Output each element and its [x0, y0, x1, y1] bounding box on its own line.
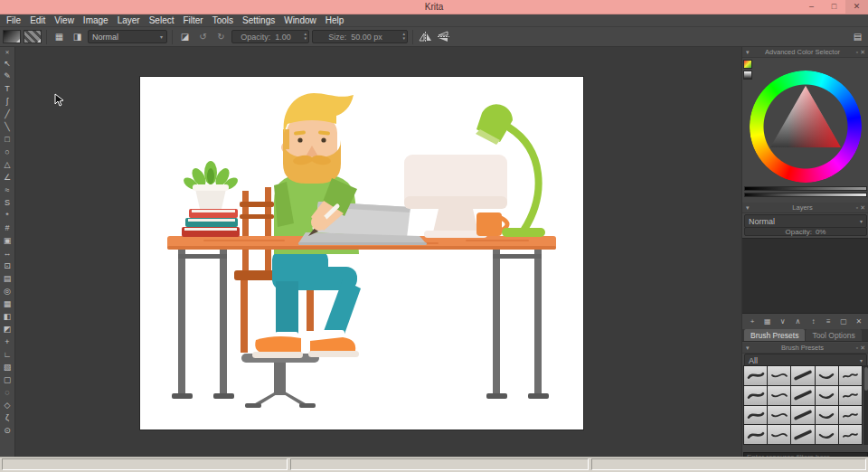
shade-selector[interactable]: [742, 186, 868, 199]
tool-freehand-brush-icon[interactable]: ╱: [0, 108, 15, 120]
spinner-arrows-icon[interactable]: ▴▾: [304, 32, 307, 41]
brush-preset-thumbnail[interactable]: [768, 406, 790, 425]
brush-preset-thumbnail[interactable]: [816, 425, 838, 444]
tool-bezier-curve-icon[interactable]: ≈: [0, 184, 15, 196]
tool-fill-icon[interactable]: ◧: [0, 310, 15, 323]
mirror-vertical-icon[interactable]: [436, 29, 451, 44]
menu-file[interactable]: File: [2, 14, 25, 27]
blending-mode-combobox[interactable]: Normal ▾: [88, 30, 167, 43]
brush-preset-thumbnail[interactable]: [744, 366, 767, 385]
menu-select[interactable]: Select: [145, 14, 179, 27]
spinner-arrows-icon[interactable]: ▴▾: [402, 32, 405, 41]
tool-transform-icon[interactable]: ▣: [0, 234, 15, 247]
toolbar-overflow-button[interactable]: ▤: [850, 29, 865, 44]
value-gradient-bar[interactable]: [744, 193, 867, 197]
pattern-chooser-button[interactable]: [24, 30, 42, 43]
tool-assistants-icon[interactable]: +: [0, 335, 15, 348]
eraser-mode-button[interactable]: ◪: [177, 29, 193, 44]
tool-enclose-fill-icon[interactable]: ◩: [0, 323, 15, 335]
tool-polyline-icon[interactable]: ∠: [0, 171, 15, 184]
brush-preset-thumbnail[interactable]: [791, 386, 814, 405]
tool-freehand-select-icon[interactable]: ζ: [0, 411, 15, 424]
duplicate-layer-button[interactable]: ▦: [761, 316, 774, 326]
minimize-button[interactable]: –: [800, 0, 823, 14]
layer-properties-button[interactable]: ≡: [822, 316, 835, 326]
tab-tool-options[interactable]: Tool Options: [806, 329, 861, 341]
brush-preset-thumbnail[interactable]: [744, 425, 767, 444]
layers-docker-header[interactable]: ▾ Layers ▫ ✕: [742, 203, 868, 213]
tool-calligraphy-icon[interactable]: ʃ: [0, 95, 15, 108]
saturation-value-triangle[interactable]: [750, 71, 862, 183]
canvas-document[interactable]: [140, 77, 583, 430]
brush-preset-thumbnail[interactable]: [768, 425, 790, 444]
brush-preset-thumbnail[interactable]: [768, 366, 790, 385]
tool-gradient-icon[interactable]: ▤: [0, 272, 15, 285]
brush-presets-popup-button[interactable]: ◨: [70, 29, 85, 44]
tool-rect-select-icon[interactable]: ▢: [0, 373, 15, 386]
tab-brush-presets[interactable]: Brush Presets: [744, 329, 805, 341]
brush-preset-thumbnail[interactable]: [744, 386, 767, 405]
add-layer-button[interactable]: +: [746, 316, 759, 326]
scrollbar-thumb[interactable]: [864, 367, 868, 391]
titlebar[interactable]: Krita –□✕: [0, 0, 868, 14]
brush-preset-thumbnail[interactable]: [791, 366, 814, 385]
layer-blending-mode-combobox[interactable]: Normal ▾: [744, 214, 867, 228]
tool-polygon-icon[interactable]: △: [0, 158, 15, 171]
color-selector-docker-header[interactable]: ▾ Advanced Color Selector ▫ ✕: [742, 47, 868, 58]
menu-settings[interactable]: Settings: [238, 14, 279, 27]
menu-tools[interactable]: Tools: [208, 14, 238, 27]
tool-color-sampler-icon[interactable]: ◎: [0, 285, 15, 297]
menu-layer[interactable]: Layer: [113, 14, 145, 27]
brush-preset-thumbnail[interactable]: [791, 425, 814, 444]
canvas-area[interactable]: [15, 47, 741, 457]
tool-multibrush-icon[interactable]: #: [0, 222, 15, 234]
color-wheel[interactable]: [750, 71, 862, 183]
layers-list[interactable]: [742, 238, 868, 314]
tool-select-shapes-icon[interactable]: ↖: [0, 57, 15, 70]
tool-line-icon[interactable]: ╲: [0, 120, 15, 133]
brush-preset-thumbnail[interactable]: [768, 386, 790, 405]
tool-text-icon[interactable]: T: [0, 82, 15, 95]
tool-reference-images-icon[interactable]: ▧: [0, 361, 15, 373]
brush-preset-thumbnail[interactable]: [744, 406, 767, 425]
tool-rectangle-icon[interactable]: □: [0, 133, 15, 146]
redo-brush-button[interactable]: ↻: [213, 29, 229, 44]
tool-edit-shapes-icon[interactable]: ✎: [0, 70, 15, 82]
shade-gradient-bar[interactable]: [744, 186, 867, 191]
mirror-horizontal-icon[interactable]: [418, 29, 433, 44]
brush-preset-thumbnail[interactable]: [839, 386, 862, 405]
brush-preset-thumbnail[interactable]: [816, 406, 838, 425]
tool-pattern-edit-icon[interactable]: ▦: [0, 297, 15, 310]
menu-edit[interactable]: Edit: [25, 14, 50, 27]
tool-polygon-select-icon[interactable]: ◇: [0, 399, 15, 411]
menu-view[interactable]: View: [50, 14, 79, 27]
tool-zoom-icon[interactable]: ⊙: [0, 424, 15, 437]
close-docker-icon[interactable]: ✕: [859, 204, 866, 212]
close-docker-icon[interactable]: ✕: [859, 49, 866, 56]
move-layer-up-button[interactable]: ∧: [792, 316, 805, 326]
brush-preset-thumbnail[interactable]: [791, 406, 814, 425]
brush-preset-thumbnail[interactable]: [839, 425, 862, 444]
brush-size-spinbox[interactable]: Size: 50.00 px ▴▾: [312, 30, 408, 43]
brush-grid-scrollbar[interactable]: [863, 365, 868, 445]
menu-filter[interactable]: Filter: [178, 14, 207, 27]
move-layer-down-button[interactable]: ∨: [777, 316, 789, 326]
tool-ellipse-icon[interactable]: ○: [0, 146, 15, 158]
brush-preset-thumbnail[interactable]: [839, 366, 862, 385]
tool-ellipse-select-icon[interactable]: ◌: [0, 386, 15, 399]
tool-crop-icon[interactable]: ⊡: [0, 260, 15, 272]
menu-image[interactable]: Image: [79, 14, 113, 27]
layer-opacity-slider[interactable]: Opacity: 0%: [744, 227, 867, 236]
tool-move-icon[interactable]: ↔: [0, 247, 15, 260]
move-layer-button[interactable]: ↕: [807, 316, 819, 326]
toolbox-close-icon[interactable]: ✕: [5, 47, 9, 57]
close-button[interactable]: ✕: [845, 0, 868, 14]
brush-preset-thumbnail[interactable]: [816, 366, 838, 385]
tool-dynamic-brush-icon[interactable]: *: [0, 209, 15, 222]
brush-preset-thumbnail[interactable]: [816, 386, 838, 405]
maximize-button[interactable]: □: [823, 0, 845, 14]
brush-editor-button[interactable]: ▦: [52, 29, 67, 44]
new-group-button[interactable]: ▢: [837, 316, 850, 326]
color-selector-settings-icon[interactable]: [743, 60, 752, 69]
gradient-chooser-button[interactable]: [3, 30, 21, 43]
